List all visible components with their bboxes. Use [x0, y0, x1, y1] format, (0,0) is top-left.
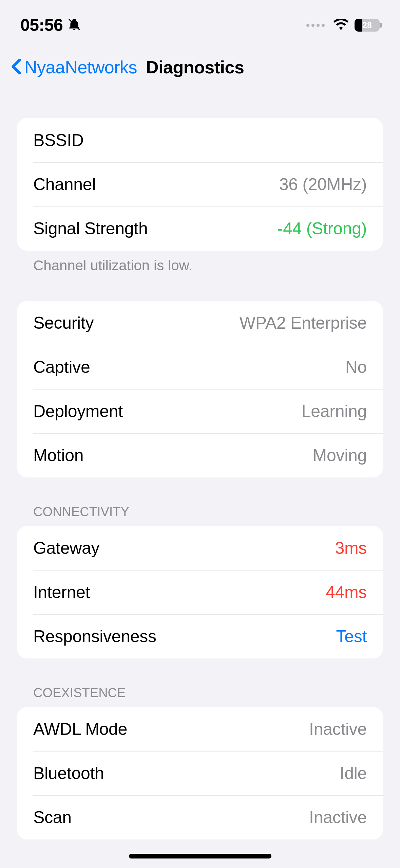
section-header: COEXISTENCE: [17, 686, 383, 707]
row-captive[interactable]: Captive No: [17, 345, 383, 389]
status-right: 28: [306, 18, 383, 32]
section-security: Security WPA2 Enterprise Captive No Depl…: [17, 301, 383, 477]
group-connectivity: Gateway 3ms Internet 44ms Responsiveness…: [17, 526, 383, 658]
group-network-info: BSSID Channel 36 (20MHz) Signal Strength…: [17, 118, 383, 251]
status-left: 05:56: [20, 15, 81, 35]
row-value: Moving: [313, 446, 367, 465]
row-value: Idle: [340, 763, 367, 783]
signal-dots-icon: [306, 24, 325, 27]
battery-level: 28: [355, 20, 380, 30]
page-title: Diagnostics: [146, 57, 244, 77]
row-value: WPA2 Enterprise: [240, 313, 367, 333]
home-indicator[interactable]: [129, 854, 271, 858]
row-value: 36 (20MHz): [279, 175, 367, 194]
nav-bar: NyaaNetworks Diagnostics: [0, 41, 400, 91]
row-label: Responsiveness: [33, 627, 156, 646]
row-value: 44ms: [326, 582, 367, 602]
group-security: Security WPA2 Enterprise Captive No Depl…: [17, 301, 383, 477]
row-value: Inactive: [309, 719, 367, 739]
row-bluetooth[interactable]: Bluetooth Idle: [17, 751, 383, 795]
content: BSSID Channel 36 (20MHz) Signal Strength…: [0, 118, 400, 839]
row-awdl-mode[interactable]: AWDL Mode Inactive: [17, 707, 383, 751]
row-label: Security: [33, 313, 94, 333]
row-deployment[interactable]: Deployment Learning: [17, 389, 383, 433]
row-security[interactable]: Security WPA2 Enterprise: [17, 301, 383, 345]
row-signal-strength[interactable]: Signal Strength -44 (Strong): [17, 206, 383, 251]
section-network-info: BSSID Channel 36 (20MHz) Signal Strength…: [17, 118, 383, 274]
row-value: 3ms: [335, 538, 367, 558]
back-chevron-icon[interactable]: [10, 59, 22, 76]
row-responsiveness[interactable]: Responsiveness Test: [17, 614, 383, 658]
row-value: -44 (Strong): [278, 219, 367, 238]
status-time: 05:56: [20, 15, 63, 35]
section-header: CONNECTIVITY: [17, 505, 383, 526]
row-label: Captive: [33, 357, 90, 377]
group-coexistence: AWDL Mode Inactive Bluetooth Idle Scan I…: [17, 707, 383, 839]
row-gateway[interactable]: Gateway 3ms: [17, 526, 383, 570]
row-label: Channel: [33, 175, 96, 194]
back-button[interactable]: NyaaNetworks: [24, 57, 137, 77]
row-label: Signal Strength: [33, 219, 148, 238]
row-channel[interactable]: Channel 36 (20MHz): [17, 162, 383, 206]
bell-slash-icon: [68, 18, 81, 33]
status-bar: 05:56 28: [0, 0, 400, 41]
row-motion[interactable]: Motion Moving: [17, 433, 383, 477]
battery-icon: 28: [355, 18, 383, 32]
group-footer: Channel utilization is low.: [17, 251, 383, 274]
row-value: Learning: [302, 401, 367, 421]
row-value: Inactive: [309, 808, 367, 827]
row-label: Bluetooth: [33, 763, 104, 783]
row-label: Scan: [33, 808, 72, 827]
section-connectivity: CONNECTIVITY Gateway 3ms Internet 44ms R…: [17, 505, 383, 658]
row-internet[interactable]: Internet 44ms: [17, 570, 383, 614]
row-label: Motion: [33, 446, 83, 465]
section-coexistence: COEXISTENCE AWDL Mode Inactive Bluetooth…: [17, 686, 383, 839]
row-label: Gateway: [33, 538, 99, 558]
row-label: AWDL Mode: [33, 719, 127, 739]
wifi-icon: [334, 19, 348, 32]
row-scan[interactable]: Scan Inactive: [17, 795, 383, 839]
row-bssid[interactable]: BSSID: [17, 118, 383, 162]
row-label: Internet: [33, 582, 90, 602]
row-label: BSSID: [33, 130, 84, 150]
row-label: Deployment: [33, 401, 123, 421]
row-value: No: [345, 357, 367, 377]
test-button[interactable]: Test: [336, 627, 367, 646]
